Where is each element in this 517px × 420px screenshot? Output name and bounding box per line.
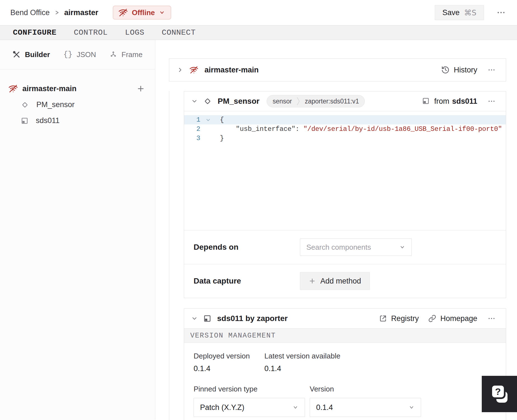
registry-label: Registry <box>391 314 419 323</box>
module-card-sds011: sds011 by zaporter Registry <box>184 308 506 420</box>
external-link-icon <box>379 315 387 322</box>
link-icon <box>428 315 436 322</box>
tab-json[interactable]: {} JSON <box>64 50 96 59</box>
pinned-version-type-label: Pinned version type <box>194 385 305 393</box>
add-method-label: Add method <box>320 277 361 285</box>
pinned-version-type-value: Patch (X.Y.Z) <box>200 403 292 412</box>
version-label: Version <box>310 385 421 393</box>
code-line: 1 { <box>184 115 506 124</box>
code-line: 3 } <box>184 134 506 143</box>
code-line: 2 "usb_interface": "/dev/serial/by-id/us… <box>184 124 506 134</box>
homepage-label: Homepage <box>440 314 477 323</box>
save-label: Save <box>442 8 460 17</box>
version-select[interactable]: 0.1.4 <box>310 398 421 417</box>
tab-connect[interactable]: CONNECT <box>162 28 196 37</box>
machine-part-card: airmaster-main History <box>169 58 506 81</box>
machine-card-menu-button[interactable] <box>487 67 496 73</box>
depends-on-placeholder: Search components <box>306 243 399 252</box>
tab-frame[interactable]: Frame <box>109 50 142 59</box>
add-method-button[interactable]: Add method <box>300 272 370 290</box>
data-capture-section: Data capture Add method <box>184 264 506 298</box>
svg-text:?: ? <box>495 386 501 397</box>
save-button[interactable]: Save ⌘S <box>435 5 484 20</box>
component-card-menu-button[interactable] <box>487 98 496 104</box>
module-card-header: sds011 by zaporter Registry <box>184 309 506 328</box>
tab-configure[interactable]: CONFIGURE <box>13 28 57 37</box>
tree-item-pm-sensor[interactable]: PM_sensor <box>0 97 155 113</box>
part-children-group: PM_sensor sensor zaporter:sds011:v1 from… <box>169 91 506 420</box>
main-nav-tabs: CONFIGURE CONTROL LOGS CONNECT <box>0 25 517 40</box>
pinned-version-type-select[interactable]: Patch (X.Y.Z) <box>194 398 305 417</box>
data-capture-label: Data capture <box>194 277 300 285</box>
registry-link[interactable]: Registry <box>379 314 419 323</box>
module-icon <box>21 117 29 125</box>
wifi-off-icon <box>118 8 128 17</box>
tab-control[interactable]: CONTROL <box>74 28 108 37</box>
from-module-name: sds011 <box>452 97 477 106</box>
tab-logs[interactable]: LOGS <box>125 28 144 37</box>
expand-machine-card-button[interactable] <box>177 67 183 73</box>
line-number: 3 <box>184 135 200 142</box>
component-diamond-icon <box>21 101 29 109</box>
component-title: PM_sensor <box>218 97 259 106</box>
view-tab-label: Builder <box>25 50 50 59</box>
code-text: { <box>216 116 224 124</box>
code-text: } <box>216 135 224 142</box>
latest-version-value: 0.1.4 <box>264 364 340 373</box>
collapse-module-button[interactable] <box>191 315 198 322</box>
chevron-down-icon <box>399 244 405 250</box>
component-card-pm-sensor: PM_sensor sensor zaporter:sds011:v1 from… <box>184 91 506 298</box>
breadcrumb: Bend Office airmaster <box>10 8 98 17</box>
module-card-menu-button[interactable] <box>487 316 496 321</box>
frame-axes-icon <box>109 51 117 58</box>
deployed-version-value: 0.1.4 <box>194 364 264 373</box>
breadcrumb-machine: airmaster <box>64 8 98 17</box>
config-sidebar: Builder {} JSON Frame airmaster-main <box>0 40 155 420</box>
ellipsis-icon <box>488 69 495 71</box>
wifi-off-icon <box>189 65 198 74</box>
attributes-json-editor[interactable]: 1 { 2 "usb_interface": "/dev/serial/by-i… <box>184 111 506 230</box>
chevron-down-icon <box>159 10 165 16</box>
version-value: 0.1.4 <box>316 403 408 412</box>
ellipsis-icon <box>497 11 505 14</box>
from-module-ref: from sds011 <box>422 97 477 106</box>
help-button[interactable]: ? <box>482 376 517 412</box>
help-question-bubble-icon: ? <box>488 383 510 405</box>
collapse-component-button[interactable] <box>191 98 198 104</box>
json-string-value: "/dev/serial/by-id/usb-1a86_USB_Serial-i… <box>303 125 502 133</box>
chevron-down-icon <box>191 98 198 104</box>
tree-item-sds011[interactable]: sds011 <box>0 113 155 129</box>
component-model-badge: zaporter:sds011:v1 <box>300 98 363 105</box>
header-actions: Save ⌘S <box>435 5 506 20</box>
deployed-version-label: Deployed version <box>194 352 264 360</box>
breadcrumb-chevron-icon <box>55 9 59 16</box>
history-label: History <box>454 66 477 74</box>
configure-content: airmaster-main History <box>155 40 517 420</box>
braces-icon: {} <box>64 50 72 59</box>
machine-status-offline-button[interactable]: Offline <box>113 6 171 20</box>
tree-root-label: airmaster-main <box>22 84 132 93</box>
history-button[interactable]: History <box>441 66 477 74</box>
header-overflow-menu-button[interactable] <box>496 10 506 15</box>
code-text: "usb_interface": "/dev/serial/by-id/usb-… <box>216 125 502 133</box>
line-number: 2 <box>184 125 200 133</box>
tab-builder[interactable]: Builder <box>12 50 50 59</box>
from-prefix: from <box>434 97 449 106</box>
plus-icon <box>137 84 145 93</box>
homepage-link[interactable]: Homepage <box>428 314 477 323</box>
add-component-button[interactable] <box>137 84 145 93</box>
tree-item-label: PM_sensor <box>36 100 75 109</box>
ellipsis-icon <box>488 317 495 320</box>
chevron-down-icon <box>191 315 198 322</box>
status-label: Offline <box>132 8 155 17</box>
tools-icon <box>12 50 21 59</box>
chevron-down-icon <box>292 404 299 410</box>
breadcrumb-location[interactable]: Bend Office <box>10 8 50 17</box>
depends-on-select[interactable]: Search components <box>300 239 412 256</box>
config-view-tabs: Builder {} JSON Frame <box>0 40 155 69</box>
fold-chevron-icon[interactable] <box>206 118 210 122</box>
line-number: 1 <box>184 116 200 124</box>
tree-item-label: sds011 <box>36 116 60 125</box>
tree-item-airmaster-main[interactable]: airmaster-main <box>0 81 155 97</box>
json-key: "usb_interface" <box>236 125 295 133</box>
